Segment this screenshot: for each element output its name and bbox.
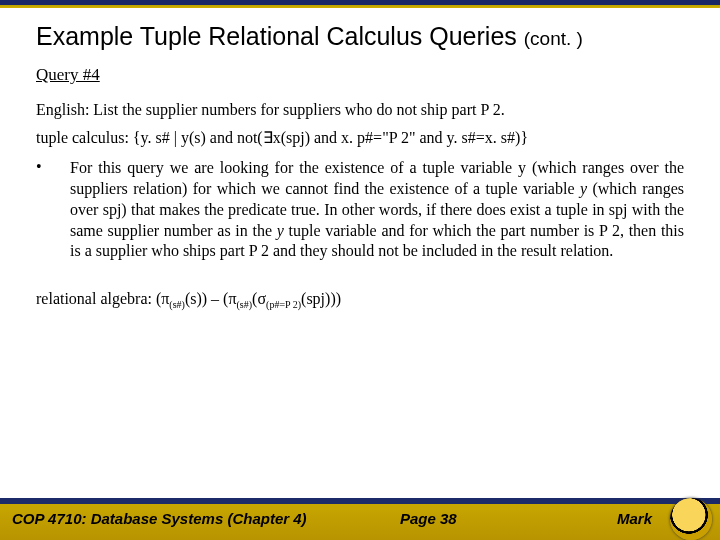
footer-page: Page 38 (400, 510, 457, 527)
english-line: English: List the supplier numbers for s… (36, 99, 684, 121)
bullet-body: For this query we are looking for the ex… (70, 158, 684, 262)
slide-title: Example Tuple Relational Calculus Querie… (36, 22, 684, 51)
tc-prefix: tuple calculus: {y. s# | y(s) and not( (36, 129, 263, 146)
ucf-logo-icon (670, 498, 712, 540)
slide: Example Tuple Relational Calculus Querie… (0, 0, 720, 540)
tuple-calculus-line: tuple calculus: {y. s# | y(s) and not(∃x… (36, 127, 684, 149)
bullet-item: • For this query we are looking for the … (36, 158, 684, 262)
footer-author: Mark (617, 510, 652, 527)
tc-suffix: x(spj) and x. p#="P 2" and y. s#=x. s#)} (273, 129, 528, 146)
ra-end: (spj))) (301, 290, 341, 307)
query-number: Query #4 (36, 65, 684, 85)
bt-y1: y (580, 180, 587, 197)
ra-sub2: (s#) (237, 299, 253, 310)
title-text: Example Tuple Relational Calculus Querie… (36, 22, 524, 50)
title-cont: (cont. ) (524, 28, 583, 49)
sigma-symbol: σ (257, 290, 266, 307)
ra-sub3: (p#=P 2) (266, 299, 301, 310)
top-accent-bar (0, 0, 720, 8)
footer-course: COP 4710: Database Systems (Chapter 4) (12, 510, 307, 527)
slide-content: Example Tuple Relational Calculus Querie… (36, 22, 684, 318)
ra-sub1: (s#) (169, 299, 185, 310)
ra-mid1: (s)) – ( (185, 290, 229, 307)
relational-algebra-line: relational algebra: (π(s#)(s)) – (π(s#)(… (36, 288, 684, 312)
bt-y2: y (277, 222, 284, 239)
bullet-marker: • (36, 158, 70, 262)
footer-bar: COP 4710: Database Systems (Chapter 4) P… (0, 498, 720, 540)
pi-symbol-2: π (228, 290, 236, 307)
ra-prefix: relational algebra: ( (36, 290, 161, 307)
exists-symbol: ∃ (263, 129, 273, 146)
